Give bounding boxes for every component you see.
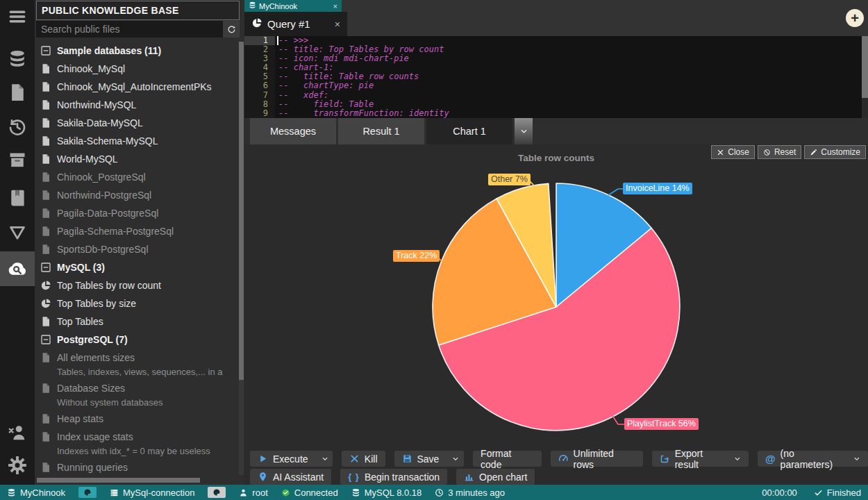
rail-user-remove[interactable] <box>0 415 35 450</box>
tree-item-label: Pagila-Data-PostgreSql <box>57 208 158 219</box>
user-icon <box>239 488 248 497</box>
tree-item[interactable]: Chinook_PostgreSql <box>35 168 238 186</box>
result-tabs: MessagesResult 1Chart 1 <box>244 118 868 144</box>
tree-horizontal-scrollbar[interactable] <box>37 478 200 483</box>
chart-close-button[interactable]: Close <box>711 145 755 159</box>
file-icon <box>40 190 51 201</box>
chart-reset-button[interactable]: Reset <box>758 145 801 159</box>
tree-item[interactable]: Top Tables by size <box>35 294 238 312</box>
chart-toolbar: CloseResetCustomize <box>711 145 866 159</box>
search-input[interactable] <box>36 21 223 38</box>
tree-item-label: Index usage stats <box>57 431 133 442</box>
sql-editor[interactable]: 1-- >>>2-- title: Top Tables by row coun… <box>244 36 868 118</box>
tree-item-label: Chinook_MySql_AutoIncrementPKs <box>57 81 212 92</box>
chevron-down-icon <box>520 128 528 135</box>
scrollbar-thumb[interactable] <box>239 42 244 380</box>
tree-item[interactable]: Heap stats <box>35 410 238 428</box>
close-icon[interactable]: × <box>335 19 340 30</box>
status-root[interactable]: root <box>239 488 267 498</box>
save-icon <box>402 453 412 464</box>
connection-color-button[interactable] <box>78 487 97 498</box>
chevron-down-icon <box>322 456 328 462</box>
tree-item[interactable]: Pagila-Schema-PostgreSql <box>35 222 238 240</box>
tab-query-1[interactable]: Query #1 × <box>244 12 347 36</box>
result-tab-chart-1[interactable]: Chart 1 <box>426 118 512 144</box>
format-code-button[interactable]: Format code <box>473 451 542 467</box>
rail-history[interactable] <box>0 110 35 144</box>
editor-scrollbar[interactable] <box>862 36 868 118</box>
check-circle-icon <box>281 488 290 497</box>
kill-button[interactable]: Kill <box>342 451 385 467</box>
tree-item[interactable]: Top Tables by row count <box>35 276 238 294</box>
rail-hamburger-menu[interactable] <box>0 0 35 34</box>
close-icon[interactable]: × <box>333 2 337 10</box>
tree-vertical-scrollbar[interactable] <box>239 42 244 475</box>
status-label: Connected <box>294 488 338 498</box>
button-label: Format code <box>481 448 534 470</box>
export-result-button[interactable]: Export result <box>652 451 749 467</box>
status-3-minutes-ago[interactable]: 3 minutes ago <box>435 488 505 498</box>
execute-dropdown-button[interactable] <box>315 451 333 467</box>
tree-item[interactable]: Top Tables <box>35 312 238 331</box>
top-tab-bar: MyChinook × Query #1 × + <box>244 0 868 36</box>
open-chart-button[interactable]: Open chart <box>456 469 535 485</box>
file-icon <box>40 153 51 165</box>
tab-mychinook[interactable]: MyChinook × <box>244 0 342 12</box>
status-label: 3 minutes ago <box>448 488 505 498</box>
status-mychinook[interactable]: MyChinook <box>7 488 65 498</box>
tree-item[interactable]: World-MySQL <box>35 150 238 168</box>
database-icon <box>8 49 27 69</box>
editor-line: 8-- field: Table <box>244 100 868 109</box>
file-icon <box>40 383 51 394</box>
execute-button[interactable]: Execute <box>250 451 316 467</box>
new-tab-button[interactable]: + <box>846 9 864 27</box>
status-connected[interactable]: Connected <box>281 488 338 498</box>
label-leader-line <box>608 189 623 195</box>
result-tab-messages[interactable]: Messages <box>250 118 336 144</box>
file-tree: Sample databases (11)Chinook_MySqlChinoo… <box>35 42 238 476</box>
connection-color-button[interactable] <box>208 487 226 498</box>
file-icon <box>40 462 51 473</box>
status-label: MyChinook <box>20 488 65 498</box>
rail-cloud-search[interactable] <box>0 251 35 286</box>
no-parameters-button[interactable]: @(no parameters) <box>758 451 868 467</box>
tree-item[interactable]: Pagila-Data-PostgreSql <box>35 204 238 222</box>
save-dropdown-button[interactable] <box>445 451 464 467</box>
tree-item[interactable]: Chinook_MySql_AutoIncrementPKs <box>35 78 238 96</box>
tree-item[interactable]: Northwind-PostgreSql <box>35 186 238 204</box>
rail-database[interactable] <box>0 42 35 76</box>
tree-item[interactable]: Northwind-MySQL <box>35 96 238 114</box>
tree-item[interactable]: Sakila-Data-MySQL <box>35 114 238 132</box>
line-number: 1 <box>244 36 275 45</box>
tree-item[interactable]: Chinook_MySql <box>35 60 238 78</box>
tree-group[interactable]: MySQL (3) <box>35 258 238 276</box>
tree-item[interactable]: Sakila-Schema-MySQL <box>35 132 238 150</box>
text-cursor <box>277 36 278 45</box>
rail-book[interactable] <box>0 181 35 215</box>
ai-assistant-button[interactable]: AI Assistant <box>250 469 331 485</box>
database-icon <box>351 488 360 497</box>
tree-item-label: Northwind-PostgreSql <box>57 190 151 201</box>
rail-settings-gear[interactable] <box>0 448 35 483</box>
rail-file[interactable] <box>0 75 35 110</box>
rail-archive[interactable] <box>0 142 35 177</box>
line-number: 7 <box>244 91 275 100</box>
tab-query-1-label: Query #1 <box>267 18 310 30</box>
rail-filter[interactable] <box>0 215 35 250</box>
tree-item-label: All elements sizes <box>57 352 135 363</box>
status-mysql-8-0-18[interactable]: MySQL 8.0.18 <box>351 488 422 498</box>
save-button[interactable]: Save <box>394 451 447 467</box>
refresh-button[interactable] <box>223 21 240 38</box>
tabs-overflow-button[interactable] <box>515 118 533 144</box>
tree-item-label: Sakila-Data-MySQL <box>57 117 143 128</box>
tree-group[interactable]: Sample databases (11) <box>35 42 238 60</box>
chart-customize-button[interactable]: Customize <box>804 145 866 159</box>
tree-item[interactable]: SportsDb-PostgreSql <box>35 240 238 258</box>
box-minus-icon <box>40 262 51 273</box>
begin-transaction-button[interactable]: { }Begin transaction <box>340 469 447 485</box>
chevron-down-icon <box>853 456 860 462</box>
unlimited-rows-button[interactable]: Unlimited rows <box>551 451 643 467</box>
status-mysql-connection[interactable]: MySql-connection <box>110 488 194 498</box>
tree-group[interactable]: PostgreSQL (7) <box>35 331 238 349</box>
result-tab-result-1[interactable]: Result 1 <box>338 118 424 144</box>
